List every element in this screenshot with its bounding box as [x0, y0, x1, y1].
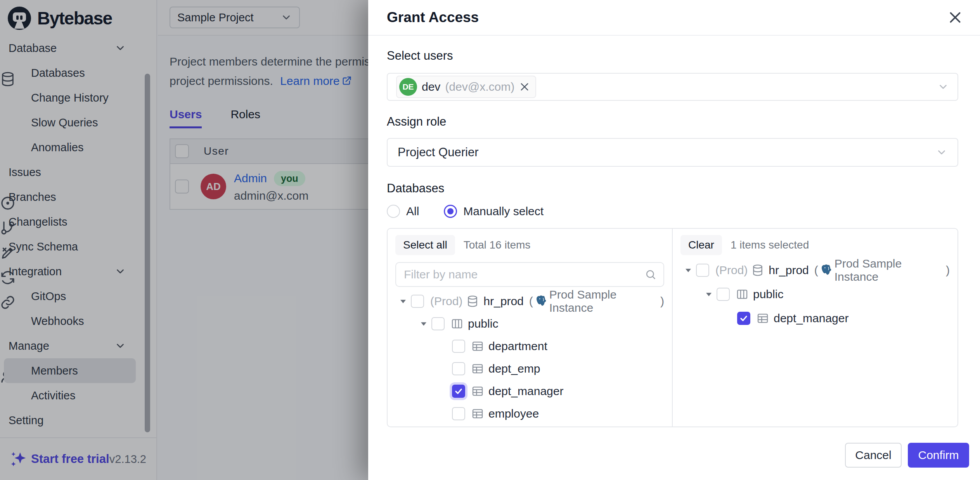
select-users-label: Select users — [387, 49, 958, 63]
chevron-down-icon — [936, 147, 947, 158]
search-icon — [645, 269, 656, 280]
table-icon — [757, 312, 769, 325]
table-icon — [471, 363, 484, 375]
cancel-button[interactable]: Cancel — [845, 443, 902, 468]
close-icon[interactable] — [947, 10, 963, 25]
tree-row-public[interactable]: public — [680, 282, 950, 306]
modal-title: Grant Access — [387, 9, 479, 26]
table-icon — [471, 385, 484, 397]
filter-field — [395, 262, 664, 287]
node-label: public — [468, 317, 498, 330]
radio-manual-circle — [444, 205, 457, 218]
databases-label: Databases — [387, 181, 958, 195]
node-label: hr_prod — [769, 264, 809, 277]
tree-checkbox[interactable] — [452, 407, 465, 420]
tree-row-dept-manager[interactable]: dept_manager — [395, 380, 664, 402]
filter-input[interactable] — [403, 268, 645, 281]
schema-icon — [451, 318, 463, 330]
radio-all[interactable]: All — [387, 205, 419, 218]
select-all-button[interactable]: Select all — [395, 235, 455, 255]
database-icon — [466, 295, 479, 307]
caret-down-icon[interactable] — [701, 289, 717, 299]
caret-down-icon[interactable] — [680, 265, 696, 275]
table-icon — [471, 340, 484, 352]
node-label: dept_manager — [488, 385, 563, 398]
tree-checkbox[interactable] — [696, 264, 709, 277]
selected-pane: Clear 1 items selected (Prod)hr_prod(Pro… — [673, 229, 957, 426]
environment-label: (Prod) — [715, 264, 748, 277]
database-transfer-panel: Select all Total 16 items (Prod)hr_prod(… — [387, 228, 958, 427]
tree-row-hr-prod[interactable]: (Prod)hr_prod(Prod Sample Instance) — [680, 258, 950, 282]
user-chip-email: (dev@x.com) — [445, 80, 514, 93]
tree-checkbox[interactable] — [431, 317, 445, 330]
tree-checkbox[interactable] — [452, 385, 465, 398]
selected-count-label: 1 items selected — [731, 239, 809, 251]
source-pane: Select all Total 16 items (Prod)hr_prod(… — [388, 229, 673, 426]
tree-checkbox[interactable] — [411, 295, 424, 308]
database-icon — [751, 264, 764, 276]
tree-checkbox[interactable] — [452, 362, 465, 375]
chevron-down-icon — [937, 81, 949, 93]
assign-role-select[interactable]: Project Querier — [387, 138, 958, 167]
node-label: department — [488, 340, 547, 353]
modal-header: Grant Access — [368, 0, 980, 36]
node-label: public — [753, 288, 783, 301]
radio-manually-select[interactable]: Manually select — [444, 205, 544, 218]
node-label: employee — [488, 407, 539, 420]
selected-tree: (Prod)hr_prod(Prod Sample Instance)publi… — [680, 258, 950, 330]
environment-label: (Prod) — [430, 295, 462, 308]
clear-button[interactable]: Clear — [680, 235, 722, 255]
tree-checkbox[interactable] — [717, 288, 730, 301]
tree-row-dept-manager[interactable]: dept_manager — [680, 306, 950, 330]
remove-user-icon[interactable] — [519, 81, 530, 92]
user-chip-avatar: DE — [399, 78, 417, 96]
modal-footer: Cancel Confirm — [368, 430, 980, 480]
tree-row-public[interactable]: public — [395, 313, 664, 335]
tree-checkbox[interactable] — [737, 312, 750, 325]
database-scope-radios: All Manually select — [387, 205, 958, 218]
table-icon — [471, 407, 484, 420]
postgres-icon — [535, 295, 548, 308]
caret-down-icon[interactable] — [416, 319, 431, 329]
caret-down-icon[interactable] — [395, 296, 411, 306]
schema-icon — [736, 288, 748, 300]
tree-checkbox[interactable] — [452, 340, 465, 353]
modal-body: Select users DE dev (dev@x.com) Assign r… — [368, 36, 980, 430]
node-label: hr_prod — [483, 295, 523, 308]
tree-row-hr-prod[interactable]: (Prod)hr_prod(Prod Sample Instance) — [395, 290, 664, 313]
node-label: dept_emp — [488, 362, 540, 375]
select-users-input[interactable]: DE dev (dev@x.com) — [387, 73, 958, 101]
assign-role-label: Assign role — [387, 115, 958, 129]
confirm-button[interactable]: Confirm — [908, 443, 969, 468]
assign-role-value: Project Querier — [398, 145, 478, 159]
bytebase-app: Bytebase DatabaseDatabasesChange History… — [0, 0, 980, 480]
grant-access-modal: Grant Access Select users DE dev (dev@x.… — [368, 0, 980, 480]
user-chip-name: dev — [422, 80, 440, 93]
tree-row-department[interactable]: department — [395, 335, 664, 357]
user-chip: DE dev (dev@x.com) — [396, 76, 536, 98]
node-label: dept_manager — [774, 312, 848, 325]
source-tree: (Prod)hr_prod(Prod Sample Instance)publi… — [395, 290, 664, 425]
postgres-icon — [820, 264, 833, 277]
total-items-label: Total 16 items — [464, 239, 531, 251]
instance-label: (Prod Sample Instance) — [814, 257, 950, 283]
tree-row-dept-emp[interactable]: dept_emp — [395, 357, 664, 380]
radio-all-circle — [387, 205, 400, 218]
instance-label: (Prod Sample Instance) — [529, 288, 664, 314]
tree-row-employee[interactable]: employee — [395, 402, 664, 425]
